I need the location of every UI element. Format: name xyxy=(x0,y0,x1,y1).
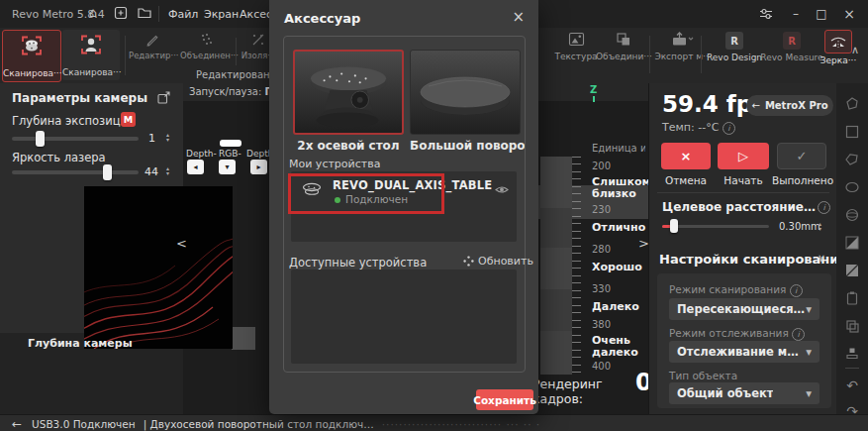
dual-axis-table-card[interactable] xyxy=(293,50,404,135)
rgb-button[interactable]: ▾ xyxy=(219,160,236,174)
depth-minus-button[interactable]: ◂ xyxy=(187,160,204,174)
collapse-ribbon-chevron-icon[interactable]: ∧ xyxy=(851,44,859,56)
menu-screen[interactable]: Экран xyxy=(204,8,239,21)
scale-zone-label: Отлично xyxy=(592,222,645,234)
tracking-mode-select[interactable]: Отслеживание маркеров ▾ xyxy=(669,341,820,363)
laser-slider-track[interactable] xyxy=(12,170,139,174)
lasso-select-tool[interactable] xyxy=(836,91,868,117)
scale-zone-label: Слишком близко xyxy=(592,176,647,200)
start-button[interactable]: ▷ xyxy=(718,143,769,169)
refresh-label: Обновить xyxy=(478,255,533,268)
laser-stepper[interactable]: ▴▾ xyxy=(166,165,169,175)
preferences-icon[interactable] xyxy=(755,4,777,24)
undo-button[interactable]: ↶ xyxy=(836,373,868,398)
home-icon[interactable]: ⌂ xyxy=(89,5,97,20)
depth-camera-label: Глубина камеры xyxy=(28,337,133,350)
export-icon xyxy=(653,32,713,47)
revo-design-label: Revo Design xyxy=(705,53,764,62)
preview-mode-pill[interactable] xyxy=(220,140,241,147)
scan-button-primary[interactable]: Сканирова··· xyxy=(2,30,61,82)
rgb-label: RGB- xyxy=(219,149,241,159)
window-close-button[interactable]: × xyxy=(838,4,860,24)
sphere-select-tool[interactable] xyxy=(836,202,868,228)
paste-tool[interactable] xyxy=(836,285,868,311)
refresh-devices-button[interactable]: Обновить xyxy=(463,255,533,268)
target-distance-stepper[interactable]: ▴▾ xyxy=(819,221,821,231)
large-turntable-card[interactable] xyxy=(410,50,521,135)
scan-mode-info-icon[interactable]: i xyxy=(790,284,803,297)
fill-exterior-tool[interactable] xyxy=(836,230,868,256)
exposure-slider-handle[interactable] xyxy=(36,131,45,147)
popout-panel-icon[interactable] xyxy=(156,90,171,105)
manual-mode-badge[interactable]: M xyxy=(121,112,136,127)
z-axis-line xyxy=(593,96,595,102)
polygon-select-icon xyxy=(844,152,860,167)
ribbon-divider xyxy=(649,36,650,73)
scan-button-secondary[interactable]: Сканирова··· xyxy=(62,30,120,80)
status-back-arrow-icon[interactable]: ← xyxy=(12,417,22,431)
done-button[interactable]: ✓ xyxy=(777,143,826,169)
target-distance-slider-handle[interactable] xyxy=(670,219,678,233)
minimize-button[interactable]: – xyxy=(785,4,807,24)
app-window: Revo Metro 5.8.4 ⌂ Файл Экран Аксессуар … xyxy=(0,0,868,431)
exposure-value[interactable]: 1 xyxy=(148,132,155,145)
fill-interior-tool[interactable] xyxy=(836,258,868,283)
laser-value[interactable]: 44 xyxy=(145,165,158,178)
dropdown-arrow-icon: ▾ xyxy=(806,302,812,316)
save-button[interactable]: Сохранить xyxy=(476,389,533,410)
temperature-readout: Темп: --°C i xyxy=(662,121,735,135)
scan-mode-value: Пересекающиеся линии xyxy=(677,302,806,316)
cancel-button[interactable]: × xyxy=(661,143,711,169)
scan-settings-chevron-icon[interactable]: ∨ xyxy=(818,252,825,265)
camera-params-title: Параметры камеры xyxy=(12,91,147,105)
tracking-mode-label: Режим отслеживания i xyxy=(669,327,805,341)
locate-device-eye-icon[interactable] xyxy=(495,184,509,195)
polygon-select-tool[interactable] xyxy=(836,147,868,172)
open-folder-icon[interactable] xyxy=(137,5,152,21)
scale-segment xyxy=(540,208,572,248)
preview-thumbnail[interactable] xyxy=(232,327,255,350)
large-turntable-card-label: Большой поворотный ст xyxy=(410,139,525,153)
start-label: Начать xyxy=(715,174,772,186)
stamp-tool[interactable] xyxy=(836,341,868,367)
export-button[interactable]: Экспорт м··· xyxy=(653,32,713,61)
ribbon-divider xyxy=(236,38,237,65)
temp-info-icon[interactable]: i xyxy=(723,122,735,135)
depth-plus-button[interactable]: ▸ xyxy=(250,160,267,174)
exposure-slider-track[interactable] xyxy=(12,137,139,141)
target-distance-slider-track[interactable] xyxy=(662,225,769,228)
collapse-left-panel-chevron-icon[interactable]: < xyxy=(176,236,187,251)
scale-mark: 230 xyxy=(592,204,611,215)
menu-file[interactable]: Файл xyxy=(168,8,198,21)
target-distance-info-icon[interactable]: i xyxy=(818,201,830,214)
revo-measure-button[interactable]: R Revo Measure xyxy=(760,32,823,62)
scan-mode-select[interactable]: Пересекающиеся линии ▾ xyxy=(669,298,820,320)
status-dimmed-text: ···························· ··· ·· · xyxy=(382,418,541,430)
scan-control-panel: 59.4 fps ← MetroX Pro Темп: --°C i × ▷ ✓… xyxy=(648,83,837,414)
copy-tool[interactable] xyxy=(836,313,868,339)
object-type-label: Тип объекта xyxy=(669,370,737,381)
laser-slider-handle[interactable] xyxy=(103,164,112,180)
merge-points-button[interactable]: Объединен··· xyxy=(180,32,234,60)
exposure-stepper[interactable]: ▴▾ xyxy=(166,132,169,142)
rectangle-select-tool[interactable] xyxy=(836,119,868,145)
merge-models-button[interactable]: Объедини··· xyxy=(596,32,651,61)
edit-tool-button[interactable]: Редактир··· xyxy=(129,32,176,60)
copy-icon xyxy=(844,318,860,334)
revo-design-button[interactable]: R Revo Design xyxy=(705,32,764,62)
scan-bust-icon xyxy=(79,33,103,56)
revo-design-icon: R xyxy=(705,32,764,50)
maximize-button[interactable]: □ xyxy=(811,4,832,24)
panel-divider xyxy=(657,192,829,193)
device-pill-button[interactable]: ← MetroX Pro xyxy=(746,95,833,116)
tracking-info-icon[interactable]: i xyxy=(792,328,805,341)
object-type-value: Общий объект xyxy=(677,386,773,400)
target-distance-value[interactable]: 0.30mm xyxy=(779,221,820,232)
object-type-select[interactable]: Общий объект ▾ xyxy=(669,382,820,404)
dialog-close-icon[interactable]: × xyxy=(512,8,525,26)
new-project-icon[interactable] xyxy=(113,5,129,21)
cancel-label: Отмена xyxy=(657,174,715,186)
export-label: Экспорт м··· xyxy=(653,52,713,61)
available-devices-list xyxy=(291,269,517,364)
ellipse-select-tool[interactable] xyxy=(836,174,868,200)
